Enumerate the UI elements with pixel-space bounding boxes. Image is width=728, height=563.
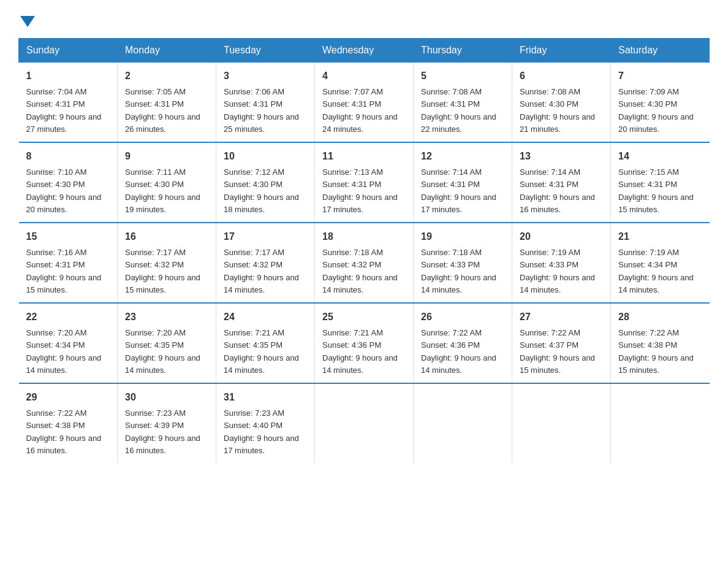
day-number: 22	[26, 310, 110, 324]
day-info: Sunrise: 7:10 AMSunset: 4:30 PMDaylight:…	[26, 167, 102, 214]
logo-blue-part	[18, 12, 35, 27]
calendar-cell: 13Sunrise: 7:14 AMSunset: 4:31 PMDayligh…	[512, 142, 611, 223]
calendar-cell: 19Sunrise: 7:18 AMSunset: 4:33 PMDayligh…	[414, 223, 512, 303]
day-number: 6	[520, 69, 603, 83]
calendar-cell: 12Sunrise: 7:14 AMSunset: 4:31 PMDayligh…	[414, 142, 512, 223]
calendar-cell: 4Sunrise: 7:07 AMSunset: 4:31 PMDaylight…	[315, 63, 414, 143]
day-number: 15	[26, 229, 110, 244]
calendar-cell: 21Sunrise: 7:19 AMSunset: 4:34 PMDayligh…	[611, 223, 710, 303]
header-row: SundayMondayTuesdayWednesdayThursdayFrid…	[19, 39, 710, 63]
calendar-cell: 29Sunrise: 7:22 AMSunset: 4:38 PMDayligh…	[19, 383, 118, 463]
calendar-cell	[414, 383, 512, 463]
day-info: Sunrise: 7:19 AMSunset: 4:34 PMDaylight:…	[618, 248, 694, 294]
day-number: 14	[618, 149, 702, 164]
calendar-cell: 24Sunrise: 7:21 AMSunset: 4:35 PMDayligh…	[216, 303, 315, 383]
calendar-body: 1Sunrise: 7:04 AMSunset: 4:31 PMDaylight…	[19, 63, 710, 464]
week-row-4: 22Sunrise: 7:20 AMSunset: 4:34 PMDayligh…	[19, 303, 710, 383]
day-info: Sunrise: 7:20 AMSunset: 4:35 PMDaylight:…	[125, 328, 200, 375]
day-info: Sunrise: 7:12 AMSunset: 4:30 PMDaylight:…	[224, 167, 299, 214]
day-number: 16	[125, 229, 208, 244]
calendar-header: SundayMondayTuesdayWednesdayThursdayFrid…	[19, 39, 710, 63]
page-header	[18, 12, 710, 27]
day-number: 23	[125, 310, 208, 324]
day-number: 21	[618, 229, 702, 244]
calendar-cell: 14Sunrise: 7:15 AMSunset: 4:31 PMDayligh…	[611, 142, 710, 223]
day-number: 10	[224, 149, 307, 164]
day-number: 28	[618, 310, 702, 324]
day-info: Sunrise: 7:21 AMSunset: 4:35 PMDaylight:…	[224, 328, 299, 375]
calendar-cell: 5Sunrise: 7:08 AMSunset: 4:31 PMDaylight…	[414, 63, 512, 143]
day-info: Sunrise: 7:23 AMSunset: 4:40 PMDaylight:…	[224, 408, 299, 455]
day-info: Sunrise: 7:09 AMSunset: 4:30 PMDaylight:…	[618, 87, 694, 134]
logo	[18, 12, 35, 27]
day-info: Sunrise: 7:14 AMSunset: 4:31 PMDaylight:…	[421, 167, 496, 214]
day-number: 24	[224, 310, 307, 324]
day-number: 30	[125, 390, 208, 405]
day-number: 1	[26, 69, 110, 83]
calendar-cell	[315, 383, 414, 463]
week-row-3: 15Sunrise: 7:16 AMSunset: 4:31 PMDayligh…	[19, 223, 710, 303]
day-number: 3	[224, 69, 307, 83]
header-day-sunday: Sunday	[19, 39, 118, 63]
day-number: 8	[26, 149, 110, 164]
week-row-2: 8Sunrise: 7:10 AMSunset: 4:30 PMDaylight…	[19, 142, 710, 223]
day-number: 18	[322, 229, 406, 244]
calendar-cell: 2Sunrise: 7:05 AMSunset: 4:31 PMDaylight…	[118, 63, 216, 143]
calendar-cell: 30Sunrise: 7:23 AMSunset: 4:39 PMDayligh…	[118, 383, 216, 463]
day-info: Sunrise: 7:08 AMSunset: 4:30 PMDaylight:…	[520, 87, 595, 134]
day-number: 27	[520, 310, 603, 324]
day-number: 26	[421, 310, 504, 324]
day-number: 5	[421, 69, 504, 83]
day-info: Sunrise: 7:22 AMSunset: 4:38 PMDaylight:…	[618, 328, 694, 375]
day-number: 9	[125, 149, 208, 164]
week-row-1: 1Sunrise: 7:04 AMSunset: 4:31 PMDaylight…	[19, 63, 710, 143]
day-info: Sunrise: 7:15 AMSunset: 4:31 PMDaylight:…	[618, 167, 694, 214]
day-number: 11	[322, 149, 406, 164]
day-info: Sunrise: 7:05 AMSunset: 4:31 PMDaylight:…	[125, 87, 200, 134]
calendar-cell	[512, 383, 611, 463]
day-number: 25	[322, 310, 406, 324]
calendar-cell	[611, 383, 710, 463]
header-day-friday: Friday	[512, 39, 611, 63]
calendar-cell: 27Sunrise: 7:22 AMSunset: 4:37 PMDayligh…	[512, 303, 611, 383]
calendar-cell: 20Sunrise: 7:19 AMSunset: 4:33 PMDayligh…	[512, 223, 611, 303]
day-info: Sunrise: 7:22 AMSunset: 4:38 PMDaylight:…	[26, 408, 102, 455]
day-info: Sunrise: 7:11 AMSunset: 4:30 PMDaylight:…	[125, 167, 200, 214]
day-number: 20	[520, 229, 603, 244]
day-info: Sunrise: 7:18 AMSunset: 4:33 PMDaylight:…	[421, 248, 496, 294]
header-day-tuesday: Tuesday	[216, 39, 315, 63]
calendar-cell: 15Sunrise: 7:16 AMSunset: 4:31 PMDayligh…	[19, 223, 118, 303]
day-info: Sunrise: 7:04 AMSunset: 4:31 PMDaylight:…	[26, 87, 102, 134]
day-info: Sunrise: 7:16 AMSunset: 4:31 PMDaylight:…	[26, 248, 102, 294]
calendar-cell: 8Sunrise: 7:10 AMSunset: 4:30 PMDaylight…	[19, 142, 118, 223]
calendar-cell: 28Sunrise: 7:22 AMSunset: 4:38 PMDayligh…	[611, 303, 710, 383]
calendar-cell: 3Sunrise: 7:06 AMSunset: 4:31 PMDaylight…	[216, 63, 315, 143]
day-info: Sunrise: 7:22 AMSunset: 4:37 PMDaylight:…	[520, 328, 595, 375]
day-number: 7	[618, 69, 702, 83]
calendar-cell: 23Sunrise: 7:20 AMSunset: 4:35 PMDayligh…	[118, 303, 216, 383]
day-info: Sunrise: 7:06 AMSunset: 4:31 PMDaylight:…	[224, 87, 299, 134]
week-row-5: 29Sunrise: 7:22 AMSunset: 4:38 PMDayligh…	[19, 383, 710, 463]
day-info: Sunrise: 7:22 AMSunset: 4:36 PMDaylight:…	[421, 328, 496, 375]
day-info: Sunrise: 7:20 AMSunset: 4:34 PMDaylight:…	[26, 328, 102, 375]
day-number: 2	[125, 69, 208, 83]
calendar-cell: 18Sunrise: 7:18 AMSunset: 4:32 PMDayligh…	[315, 223, 414, 303]
day-info: Sunrise: 7:21 AMSunset: 4:36 PMDaylight:…	[322, 328, 398, 375]
day-info: Sunrise: 7:13 AMSunset: 4:31 PMDaylight:…	[322, 167, 398, 214]
calendar-table: SundayMondayTuesdayWednesdayThursdayFrid…	[18, 38, 710, 463]
header-day-monday: Monday	[118, 39, 216, 63]
day-info: Sunrise: 7:19 AMSunset: 4:33 PMDaylight:…	[520, 248, 595, 294]
calendar-cell: 11Sunrise: 7:13 AMSunset: 4:31 PMDayligh…	[315, 142, 414, 223]
day-number: 29	[26, 390, 110, 405]
header-day-wednesday: Wednesday	[315, 39, 414, 63]
header-day-saturday: Saturday	[611, 39, 710, 63]
calendar-cell: 9Sunrise: 7:11 AMSunset: 4:30 PMDaylight…	[118, 142, 216, 223]
day-number: 17	[224, 229, 307, 244]
calendar-cell: 22Sunrise: 7:20 AMSunset: 4:34 PMDayligh…	[19, 303, 118, 383]
day-number: 19	[421, 229, 504, 244]
day-info: Sunrise: 7:17 AMSunset: 4:32 PMDaylight:…	[125, 248, 200, 294]
calendar-cell: 26Sunrise: 7:22 AMSunset: 4:36 PMDayligh…	[414, 303, 512, 383]
calendar-cell: 1Sunrise: 7:04 AMSunset: 4:31 PMDaylight…	[19, 63, 118, 143]
day-number: 13	[520, 149, 603, 164]
logo-triangle-icon	[20, 16, 35, 27]
